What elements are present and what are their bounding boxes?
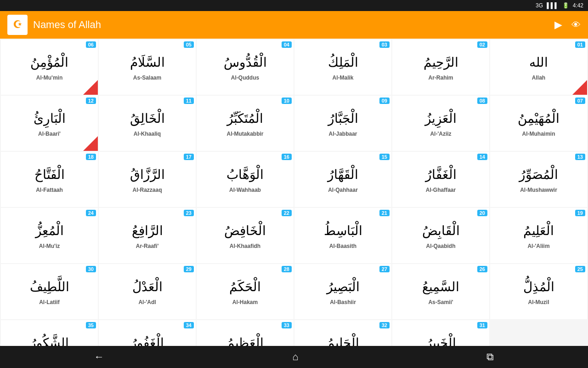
play-button[interactable]: ▶ [554, 19, 562, 31]
name-card-30[interactable]: 30اللَّطِيفُAl-Latiif [1, 264, 98, 319]
name-card-8[interactable]: 08الْعَزِيزُAl-'Aziiz [392, 96, 489, 151]
name-card-5[interactable]: 05السَّلَامُAs-Salaam [99, 40, 196, 95]
transliteration-27: Al-Bashiir [330, 299, 356, 305]
name-card-9[interactable]: 09الْجَبَّارُAl-Jabbaar [294, 96, 391, 151]
transliteration-2: Ar-Rahim [428, 75, 453, 81]
arabic-text-6: الْمُؤْمِنُ [30, 54, 68, 71]
name-card-18[interactable]: 18الْفَتَّاحُAl-Fattaah [1, 152, 98, 207]
app-icon-symbol: ☪ [13, 19, 22, 31]
card-number-28: 28 [282, 266, 292, 272]
arabic-text-20: الْقَابِضُ [422, 223, 460, 239]
bottom-nav-bar: ← ⌂ ⧉ [0, 346, 588, 368]
name-card-17[interactable]: 17الرَّزَّاقُAl-Razzaaq [99, 152, 196, 207]
arabic-text-34: الْغَفُورُ [130, 335, 164, 346]
arabic-text-3: الْمَلِكُ [328, 54, 358, 71]
name-card-16[interactable]: 16الْوَهَّابُAl-Wahhaab [197, 152, 294, 207]
signal-strength: ▌▌▌ [547, 2, 559, 9]
arabic-text-30: اللَّطِيفُ [30, 279, 69, 295]
arabic-text-14: الْغَفَّارُ [425, 167, 457, 183]
name-card-33[interactable]: 33الْعَظِيمُAl-'Adhiim [197, 320, 294, 346]
name-card-13[interactable]: 13الْمُصَوِّرُAl-Mushawwir [490, 152, 587, 207]
home-button[interactable]: ⌂ [283, 351, 307, 363]
card-number-5: 05 [184, 41, 194, 48]
name-card-25[interactable]: 25الْمُذِلُّAl-Muzil [490, 264, 587, 319]
card-number-26: 26 [477, 266, 487, 272]
arabic-text-28: الْحَكَمُ [229, 279, 261, 295]
arabic-text-4: الْقُدُّوسُ [224, 54, 267, 71]
name-card-32[interactable]: 32الْحَلِيمُAl-Haliim [294, 320, 391, 346]
card-number-2: 02 [477, 41, 487, 48]
name-card-14[interactable]: 14الْغَفَّارُAl-Ghaffaar [392, 152, 489, 207]
transliteration-8: Al-'Aziiz [430, 131, 451, 137]
card-number-25: 25 [575, 266, 585, 272]
name-card-34[interactable]: 34الْغَفُورُAl-Ghafuur [99, 320, 196, 346]
arabic-text-23: الرَّافِعُ [132, 223, 163, 239]
transliteration-18: Al-Fattaah [36, 187, 63, 193]
card-number-13: 13 [575, 154, 585, 160]
card-number-19: 19 [575, 210, 585, 216]
name-card-24[interactable]: 24الْمُعِزُّAl-Mu'iz [1, 208, 98, 263]
name-card-31[interactable]: 31الْخَبِيرُAl-Khabiir [392, 320, 489, 346]
card-number-4: 04 [282, 41, 292, 48]
name-card-11[interactable]: 11الْخَالِقُAl-Khaaliq [99, 96, 196, 151]
name-card-6[interactable]: 06الْمُؤْمِنُAl-Mu'min [1, 40, 98, 95]
name-card-15[interactable]: 15الْقَهَّارُAl-Qahhaar [294, 152, 391, 207]
star-badge-12 [83, 136, 98, 151]
recent-apps-button[interactable]: ⧉ [477, 351, 503, 363]
name-card-28[interactable]: 28الْحَكَمُAl-Hakam [197, 264, 294, 319]
transliteration-17: Al-Razzaaq [132, 187, 162, 193]
transliteration-14: Al-Ghaffaar [426, 187, 456, 193]
transliteration-7: Al-Muhaimin [522, 131, 555, 137]
arabic-text-26: السَّمِيعُ [422, 279, 459, 295]
arabic-text-7: الْمُهَيْمِنُ [518, 110, 560, 127]
card-number-16: 16 [282, 154, 292, 160]
card-number-10: 10 [282, 98, 292, 104]
name-card-35[interactable]: 35الشَّكُورُAsh-Shakuur [1, 320, 98, 346]
card-number-21: 21 [379, 210, 390, 216]
name-card-26[interactable]: 26السَّمِيعُAs-Samii' [392, 264, 489, 319]
card-number-35: 35 [86, 322, 96, 328]
name-card-23[interactable]: 23الرَّافِعُAr-Raafi' [99, 208, 196, 263]
name-card-22[interactable]: 22الْخَافِضُAl-Khaafidh [197, 208, 294, 263]
arabic-text-31: الْخَبِيرُ [426, 335, 456, 346]
card-number-8: 08 [477, 98, 487, 104]
card-number-20: 20 [477, 210, 487, 216]
name-card-12[interactable]: 12الْبَارِئُAl-Baari' [1, 96, 98, 151]
card-number-33: 33 [282, 322, 292, 328]
name-card-7[interactable]: 07الْمُهَيْمِنُAl-Muhaimin [490, 96, 587, 151]
arabic-text-17: الرَّزَّاقُ [130, 167, 165, 183]
star-badge-1 [572, 80, 587, 95]
app-bar: ☪ Names of Allah ▶ 👁 [0, 11, 588, 39]
back-button[interactable]: ← [85, 351, 113, 363]
card-number-3: 03 [379, 41, 390, 48]
card-number-15: 15 [379, 154, 390, 160]
transliteration-30: Al-Latiif [39, 299, 60, 305]
card-number-18: 18 [86, 154, 96, 160]
name-card-20[interactable]: 20الْقَابِضُAl-Qaabidh [392, 208, 489, 263]
names-grid: 06الْمُؤْمِنُAl-Mu'min05السَّلَامُAs-Sal… [0, 39, 588, 346]
transliteration-3: Al-Malik [332, 75, 353, 81]
arabic-text-5: السَّلَامُ [130, 54, 165, 71]
transliteration-6: Al-Mu'min [36, 75, 63, 81]
name-card-29[interactable]: 29الْعَدْلُAl-'Adl [99, 264, 196, 319]
name-card-19[interactable]: 19الْعَلِيمُAl-'Aliim [490, 208, 587, 263]
transliteration-25: Al-Muzil [528, 299, 549, 305]
name-card-27[interactable]: 27الْبَصِيرُAl-Bashiir [294, 264, 391, 319]
transliteration-29: Al-'Adl [138, 299, 156, 305]
card-number-9: 09 [379, 98, 390, 104]
card-number-17: 17 [184, 154, 194, 160]
arabic-text-1: الله [529, 54, 548, 71]
transliteration-15: Al-Qahhaar [328, 187, 358, 193]
card-number-24: 24 [86, 210, 96, 216]
transliteration-26: As-Samii' [428, 299, 453, 305]
name-card-4[interactable]: 04الْقُدُّوسُAl-Quddus [197, 40, 294, 95]
name-card-21[interactable]: 21الْبَاسِطُAl-Baasith [294, 208, 391, 263]
name-card-1[interactable]: 01اللهAllah [490, 40, 587, 95]
name-card-3[interactable]: 03الْمَلِكُAl-Malik [294, 40, 391, 95]
eye-button[interactable]: 👁 [571, 20, 581, 30]
name-card-10[interactable]: 10الْمُتَكَبِّرُAl-Mutakabbir [197, 96, 294, 151]
transliteration-20: Al-Qaabidh [426, 243, 455, 249]
name-card-2[interactable]: 02الرَّحِيمُAr-Rahim [392, 40, 489, 95]
arabic-text-8: الْعَزِيزُ [425, 110, 457, 127]
card-number-14: 14 [477, 154, 487, 160]
